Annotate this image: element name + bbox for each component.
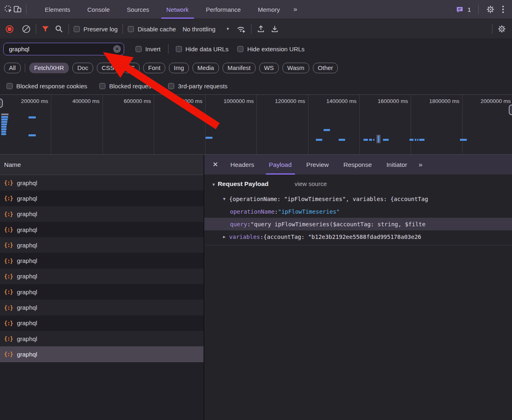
filter-chip-css[interactable]: CSS xyxy=(97,63,119,73)
request-row[interactable]: {:}graphql xyxy=(0,300,203,315)
timeline-tick-label: 1600000 ms xyxy=(378,98,408,104)
filter-chip-media[interactable]: Media xyxy=(193,63,219,73)
node-expanded-icon[interactable]: ▼ xyxy=(223,197,225,201)
request-row[interactable]: {:}graphql xyxy=(0,269,203,284)
request-payload-section[interactable]: ▼ Request Payload view source xyxy=(204,180,512,192)
record-network-log-button[interactable] xyxy=(6,25,13,33)
tab-network[interactable]: Network xyxy=(158,0,197,19)
filter-chip-fetch-xhr[interactable]: Fetch/XHR xyxy=(29,63,69,73)
request-row[interactable]: {:}graphql xyxy=(0,253,203,268)
timeline-column: 1600000 ms xyxy=(360,95,411,154)
blocked-response-cookies-checkbox[interactable] xyxy=(7,83,13,89)
filter-chip-wasm[interactable]: Wasm xyxy=(282,63,309,73)
tab-memory[interactable]: Memory xyxy=(249,0,289,19)
filter-chip-js[interactable]: JS xyxy=(123,63,140,73)
request-row[interactable]: {:}graphql xyxy=(0,237,203,253)
disable-cache-checkbox[interactable] xyxy=(128,26,134,32)
tab-performance[interactable]: Performance xyxy=(197,0,249,19)
node-collapsed-icon[interactable]: ▶ xyxy=(223,234,225,239)
filter-chip-ws[interactable]: WS xyxy=(259,63,279,73)
clear-network-log-icon[interactable] xyxy=(22,24,31,34)
settings-gear-icon[interactable] xyxy=(486,5,495,14)
clear-filter-icon[interactable]: ✕ xyxy=(113,45,121,53)
request-row[interactable]: {:}graphql xyxy=(0,315,203,331)
request-row[interactable]: {:}graphql xyxy=(0,175,203,190)
overview-scroll-handle-right[interactable] xyxy=(509,105,512,115)
network-conditions-icon[interactable] xyxy=(236,24,246,34)
detail-tab-headers[interactable]: Headers xyxy=(223,155,262,175)
filter-chip-font[interactable]: Font xyxy=(143,63,165,73)
filter-chip-doc[interactable]: Doc xyxy=(72,63,93,73)
request-row[interactable]: {:}graphql xyxy=(0,346,203,362)
payload-entry-variables[interactable]: ▶ variables: {accountTag: "b12e3b2192ee5… xyxy=(204,230,512,243)
network-settings-gear-icon[interactable] xyxy=(497,24,506,33)
payload-root-node[interactable]: ▼ {operationName: "ipFlowTimeseries", va… xyxy=(204,192,512,205)
blocked-response-cookies-checkbox-item[interactable]: Blocked response cookies xyxy=(7,83,87,90)
hide-extension-urls-checkbox[interactable] xyxy=(237,46,243,52)
filter-input-box[interactable]: ✕ xyxy=(3,43,124,55)
request-row[interactable]: {:}graphql xyxy=(0,190,203,206)
request-row[interactable]: {:}graphql xyxy=(0,284,203,300)
tab-console[interactable]: Console xyxy=(79,0,118,19)
device-toolbar-icon[interactable] xyxy=(13,5,22,14)
blocked-requests-checkbox-item[interactable]: Blocked requests xyxy=(99,83,156,90)
toolbar-separator xyxy=(478,4,479,14)
preserve-log-checkbox[interactable] xyxy=(74,26,80,32)
detail-tab-preview[interactable]: Preview xyxy=(299,155,336,175)
toolbar-separator xyxy=(123,24,123,34)
filter-chip-other[interactable]: Other xyxy=(313,63,338,73)
key-colon: : xyxy=(260,234,263,240)
customize-menu-icon[interactable] xyxy=(498,6,508,13)
close-details-icon[interactable]: ✕ xyxy=(208,160,223,169)
more-detail-tabs-icon[interactable]: » xyxy=(414,161,425,169)
third-party-requests-checkbox[interactable] xyxy=(168,83,174,89)
json-braces-icon: {:} xyxy=(4,351,13,357)
filter-chip-all[interactable]: All xyxy=(4,63,21,73)
filter-funnel-icon[interactable] xyxy=(41,25,50,33)
waterfall-bar xyxy=(1,128,7,130)
json-braces-icon: {:} xyxy=(4,335,13,342)
payload-entry-query[interactable]: query: "query ipFlowTimeseries($accountT… xyxy=(204,218,512,230)
filter-input[interactable] xyxy=(8,45,113,53)
overview-scroll-handle-left[interactable] xyxy=(0,98,3,108)
import-har-icon[interactable] xyxy=(256,24,265,33)
request-row[interactable]: {:}graphql xyxy=(0,206,203,222)
preserve-log-checkbox-item[interactable]: Preserve log xyxy=(74,26,118,33)
chevron-down-icon: ▼ xyxy=(226,27,230,31)
hide-data-urls-checkbox[interactable] xyxy=(176,46,182,52)
export-har-icon[interactable] xyxy=(270,24,279,33)
issues-count[interactable]: 1 xyxy=(468,6,471,13)
inspect-element-icon[interactable] xyxy=(4,5,13,14)
search-icon[interactable] xyxy=(55,24,63,33)
network-overview-timeline[interactable]: 200000 ms400000 ms600000 ms800000 ms1000… xyxy=(0,94,512,155)
tab-elements[interactable]: Elements xyxy=(36,0,79,19)
request-row[interactable]: {:}graphql xyxy=(0,222,203,237)
name-column-header[interactable]: Name xyxy=(0,155,203,175)
view-source-link[interactable]: view source xyxy=(295,180,327,187)
hide-extension-urls-checkbox-item[interactable]: Hide extension URLs xyxy=(237,46,304,52)
payload-entry-operation-name[interactable]: operationName: "ipFlowTimeseries" xyxy=(204,205,512,218)
request-name: graphql xyxy=(17,257,37,264)
invert-checkbox-item[interactable]: Invert xyxy=(136,46,161,52)
hide-data-urls-checkbox-item[interactable]: Hide data URLs xyxy=(176,46,229,52)
request-row[interactable]: {:}graphql xyxy=(0,331,203,346)
request-name: graphql xyxy=(17,195,37,202)
blocked-requests-checkbox[interactable] xyxy=(99,83,105,89)
detail-tab-response[interactable]: Response xyxy=(336,155,379,175)
section-expanded-icon[interactable]: ▼ xyxy=(212,182,216,187)
timeline-column: 1200000 ms xyxy=(257,95,309,154)
filter-chip-manifest[interactable]: Manifest xyxy=(223,63,256,73)
disable-cache-checkbox-item[interactable]: Disable cache xyxy=(128,26,176,33)
toolbar-separator xyxy=(492,24,492,34)
detail-tab-payload[interactable]: Payload xyxy=(262,155,299,175)
issues-message-icon[interactable] xyxy=(456,6,464,13)
filter-chip-img[interactable]: Img xyxy=(169,63,189,73)
waterfall-bar xyxy=(378,136,379,142)
third-party-requests-checkbox-item[interactable]: 3rd-party requests xyxy=(168,83,228,90)
invert-checkbox[interactable] xyxy=(136,46,142,52)
tab-sources[interactable]: Sources xyxy=(118,0,158,19)
more-panels-icon[interactable]: » xyxy=(289,5,301,13)
throttling-select[interactable]: No throttling ▼ xyxy=(181,26,231,33)
detail-tab-initiator[interactable]: Initiator xyxy=(379,155,415,175)
json-braces-icon: {:} xyxy=(4,258,13,264)
